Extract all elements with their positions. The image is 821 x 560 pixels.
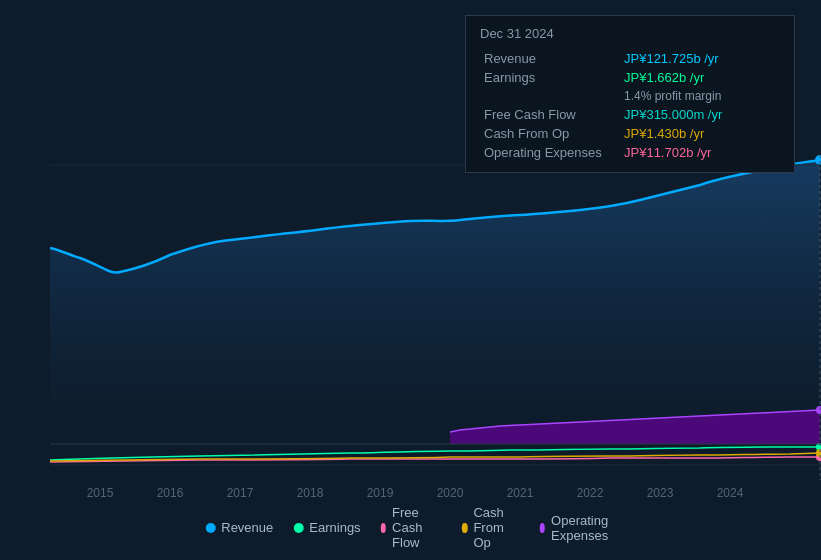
- tooltip-card: Dec 31 2024 Revenue JP¥121.725b /yr Earn…: [465, 15, 795, 173]
- legend-label-earnings: Earnings: [309, 520, 360, 535]
- legend-item-cashfromop: Cash From Op: [462, 505, 520, 550]
- legend-label-fcf: Free Cash Flow: [392, 505, 442, 550]
- tooltip-value-earnings-sub: 1.4% profit margin: [620, 87, 780, 105]
- x-label-2021: 2021: [507, 486, 534, 500]
- legend-dot-revenue: [205, 523, 215, 533]
- tooltip-label-cashfromop: Cash From Op: [480, 124, 620, 143]
- tooltip-label-opex: Operating Expenses: [480, 143, 620, 162]
- tooltip-row-earnings-sub: 1.4% profit margin: [480, 87, 780, 105]
- x-label-2020: 2020: [437, 486, 464, 500]
- legend-item-revenue: Revenue: [205, 520, 273, 535]
- legend-label-opex: Operating Expenses: [551, 513, 616, 543]
- chart-container: Dec 31 2024 Revenue JP¥121.725b /yr Earn…: [0, 0, 821, 560]
- tooltip-table: Revenue JP¥121.725b /yr Earnings JP¥1.66…: [480, 49, 780, 162]
- tooltip-row-earnings: Earnings JP¥1.662b /yr: [480, 68, 780, 87]
- x-label-2018: 2018: [297, 486, 324, 500]
- legend-label-cashfromop: Cash From Op: [473, 505, 519, 550]
- tooltip-label-earnings: Earnings: [480, 68, 620, 87]
- legend-dot-opex: [540, 523, 545, 533]
- tooltip-row-revenue: Revenue JP¥121.725b /yr: [480, 49, 780, 68]
- legend-item-earnings: Earnings: [293, 520, 360, 535]
- x-label-2024: 2024: [717, 486, 744, 500]
- tooltip-row-fcf: Free Cash Flow JP¥315.000m /yr: [480, 105, 780, 124]
- legend-item-fcf: Free Cash Flow: [381, 505, 442, 550]
- legend-dot-fcf: [381, 523, 386, 533]
- tooltip-value-earnings: JP¥1.662b /yr: [620, 68, 780, 87]
- tooltip-date: Dec 31 2024: [480, 26, 780, 41]
- legend-item-opex: Operating Expenses: [540, 513, 616, 543]
- tooltip-value-revenue: JP¥121.725b /yr: [620, 49, 780, 68]
- tooltip-row-opex: Operating Expenses JP¥11.702b /yr: [480, 143, 780, 162]
- x-label-2017: 2017: [227, 486, 254, 500]
- tooltip-label-revenue: Revenue: [480, 49, 620, 68]
- tooltip-value-fcf: JP¥315.000m /yr: [620, 105, 780, 124]
- x-label-2022: 2022: [577, 486, 604, 500]
- tooltip-label-fcf: Free Cash Flow: [480, 105, 620, 124]
- legend: Revenue Earnings Free Cash Flow Cash Fro…: [205, 505, 616, 550]
- legend-label-revenue: Revenue: [221, 520, 273, 535]
- tooltip-value-cashfromop: JP¥1.430b /yr: [620, 124, 780, 143]
- x-label-2023: 2023: [647, 486, 674, 500]
- x-label-2015: 2015: [87, 486, 114, 500]
- legend-dot-cashfromop: [462, 523, 467, 533]
- legend-dot-earnings: [293, 523, 303, 533]
- tooltip-value-opex: JP¥11.702b /yr: [620, 143, 780, 162]
- x-label-2016: 2016: [157, 486, 184, 500]
- tooltip-label-earnings-sub: [480, 87, 620, 105]
- tooltip-row-cashfromop: Cash From Op JP¥1.430b /yr: [480, 124, 780, 143]
- x-label-2019: 2019: [367, 486, 394, 500]
